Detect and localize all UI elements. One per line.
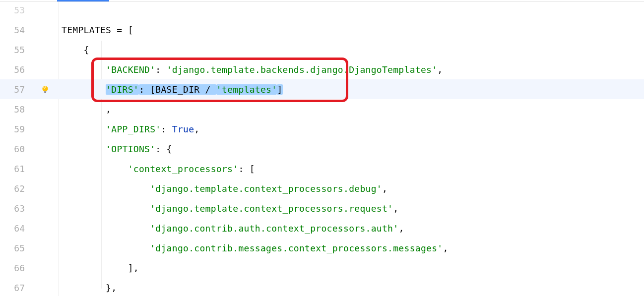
code-token: 'django.template.backends.django.DjangoT… [167, 64, 438, 75]
code-editor[interactable]: 5354TEMPLATES = [55 {56 'BACKEND': 'djan… [0, 0, 644, 296]
code-line[interactable]: 65 'django.contrib.messages.context_proc… [0, 238, 644, 258]
code-line[interactable]: 53 [0, 0, 644, 20]
code-token: , [194, 124, 199, 134]
code-content[interactable]: TEMPLATES = [ [60, 25, 133, 35]
code-token: : { [155, 144, 172, 154]
code-token: : [ [238, 164, 255, 174]
code-token: 'templates' [216, 84, 277, 95]
svg-rect-2 [44, 92, 46, 93]
code-line[interactable]: 54TEMPLATES = [ [0, 20, 644, 40]
code-token: , [437, 64, 443, 75]
code-token: 'django.template.context_processors.debu… [150, 183, 382, 194]
code-line[interactable]: 63 'django.template.context_processors.r… [0, 198, 644, 218]
code-token: 'BACKEND' [106, 64, 155, 75]
code-token [62, 124, 106, 134]
code-token: : [BASE_DIR / [139, 84, 216, 95]
line-number[interactable]: 54 [0, 25, 31, 35]
line-number[interactable]: 59 [0, 124, 31, 134]
line-number[interactable]: 66 [0, 263, 31, 273]
code-content[interactable]: 'DIRS': [BASE_DIR / 'templates'] [60, 84, 283, 95]
code-token [62, 183, 150, 194]
code-token: 'DIRS' [106, 84, 139, 95]
code-token [62, 64, 106, 75]
line-number[interactable]: 58 [0, 104, 31, 115]
code-token: 'OPTIONS' [106, 144, 155, 154]
code-line[interactable]: 55 { [0, 40, 644, 59]
code-token: True [172, 124, 194, 134]
code-line[interactable]: 59 'APP_DIRS': True, [0, 119, 644, 139]
code-token [62, 164, 128, 174]
code-token: , [443, 243, 448, 253]
code-token: 'APP_DIRS' [106, 124, 161, 134]
code-token: 'django.contrib.auth.context_processors.… [150, 223, 398, 234]
code-token [62, 203, 150, 214]
code-token [62, 144, 106, 154]
code-line[interactable]: 56 'BACKEND': 'django.template.backends.… [0, 59, 644, 79]
code-line[interactable]: 58 , [0, 99, 644, 119]
code-token [62, 223, 150, 234]
code-token: 'django.template.context_processors.requ… [150, 203, 393, 214]
line-number[interactable]: 60 [0, 144, 31, 154]
code-content[interactable]: 'django.contrib.messages.context_process… [60, 243, 449, 253]
svg-rect-1 [44, 91, 47, 92]
line-number[interactable]: 57 [0, 84, 31, 95]
code-content[interactable]: , [60, 104, 111, 115]
code-line[interactable]: 57 'DIRS': [BASE_DIR / 'templates'] [0, 79, 644, 99]
code-token: : [161, 124, 172, 134]
code-token [62, 84, 106, 95]
line-number[interactable]: 62 [0, 183, 31, 194]
code-token: : [155, 64, 166, 75]
code-line[interactable]: 67 }, [0, 278, 644, 296]
code-content[interactable]: 'context_processors': [ [60, 164, 255, 174]
code-content[interactable]: ], [60, 263, 139, 273]
code-token: ], [62, 263, 139, 273]
code-token [62, 243, 150, 253]
line-number[interactable]: 63 [0, 203, 31, 214]
code-token: , [398, 223, 404, 234]
code-line[interactable]: 64 'django.contrib.auth.context_processo… [0, 218, 644, 238]
lightbulb-icon[interactable] [41, 85, 50, 94]
code-token: TEMPLATES = [ [62, 25, 133, 35]
code-content[interactable]: 'django.template.context_processors.debu… [60, 183, 387, 194]
line-number[interactable]: 67 [0, 283, 31, 293]
code-token: 'context_processors' [128, 164, 239, 174]
code-content[interactable]: 'django.template.context_processors.requ… [60, 203, 398, 214]
line-number[interactable]: 53 [0, 5, 31, 15]
code-token: 'django.contrib.messages.context_process… [150, 243, 443, 253]
code-content[interactable]: 'django.contrib.auth.context_processors.… [60, 223, 404, 234]
code-token: ] [277, 84, 282, 95]
code-token: , [393, 203, 398, 214]
code-line[interactable]: 66 ], [0, 258, 644, 278]
code-content[interactable]: 'BACKEND': 'django.template.backends.dja… [60, 64, 443, 75]
line-number[interactable]: 65 [0, 243, 31, 253]
code-content[interactable]: { [60, 45, 89, 55]
code-line[interactable]: 62 'django.template.context_processors.d… [0, 178, 644, 198]
code-token: }, [62, 283, 117, 293]
code-token: { [62, 45, 89, 55]
line-number[interactable]: 61 [0, 164, 31, 174]
code-content[interactable]: 'APP_DIRS': True, [60, 124, 199, 134]
code-token: , [382, 183, 387, 194]
line-number[interactable]: 56 [0, 64, 31, 75]
gutter [31, 85, 60, 94]
code-content[interactable]: 'OPTIONS': { [60, 144, 172, 154]
line-number[interactable]: 64 [0, 223, 31, 234]
code-line[interactable]: 61 'context_processors': [ [0, 159, 644, 178]
line-number[interactable]: 55 [0, 45, 31, 55]
code-content[interactable]: }, [60, 283, 117, 293]
code-token: , [62, 104, 111, 115]
code-line[interactable]: 60 'OPTIONS': { [0, 139, 644, 159]
